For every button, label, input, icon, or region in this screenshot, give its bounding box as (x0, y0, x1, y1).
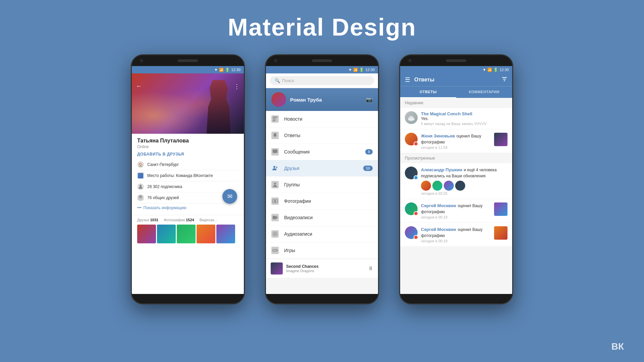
phone-3-speaker (446, 59, 466, 62)
work-text: Место работы: Команда ВКонтакте (147, 173, 213, 178)
svg-point-16 (276, 250, 277, 251)
menu-item-photos[interactable]: Фотографии (266, 193, 378, 209)
moskvin2-notif-content: Сергей Москвин оценил Вашу фотографию се… (421, 226, 491, 243)
wifi-icon-2: 📶 (353, 68, 358, 72)
notif-item-pushkin[interactable]: Александр Пушкин и ещё 4 человека подпис… (400, 163, 512, 199)
subscribers-icon (137, 183, 144, 190)
track-title: Second Chances (286, 264, 365, 269)
phone-3-camera (408, 59, 412, 62)
battery-icon: 🔋 (225, 68, 230, 72)
photo-thumb-1[interactable] (137, 225, 156, 243)
shell-avatar-img (405, 111, 418, 124)
zenya-notif-time: сегодня в 11:54 (421, 145, 491, 149)
moskvin1-notif-content: Сергей Москвин оценил Вашу фотографию се… (421, 202, 491, 219)
battery-icon-2: 🔋 (359, 68, 364, 72)
svg-point-15 (275, 250, 276, 251)
svg-rect-2 (273, 118, 276, 119)
menu-item-friends[interactable]: Друзья 59 (266, 160, 378, 177)
svg-point-5 (273, 166, 275, 168)
notif-item-moskvin-1[interactable]: Сергей Москвин оценил Вашу фотографию се… (400, 199, 512, 223)
filter-icon[interactable] (501, 76, 507, 83)
phone-3-bottom-bar (400, 294, 512, 303)
profile-name: Татьяна Плуталова (137, 138, 238, 144)
wifi-icon: 📶 (219, 68, 224, 72)
heart-badge-3 (414, 235, 418, 240)
photo-thumb-5[interactable] (216, 225, 235, 243)
svg-point-0 (140, 185, 142, 187)
more-options-button[interactable]: ⋮ (234, 83, 240, 90)
moskvin1-notif-time: сегодня в 00:19 (421, 215, 491, 219)
pushkin-notif-time: сегодня в 03:25 (421, 191, 507, 195)
phone-3-notifications: ▼ 📶 🔋 12:30 ☰ Ответы ОТВЕТЫ КОММЕНТАРИИ … (399, 54, 513, 304)
photo-thumb-2[interactable] (157, 225, 176, 243)
signal-icon-2: ▼ (348, 68, 352, 72)
moskvin1-notif-name: Сергей Москвин (421, 203, 456, 208)
search-icon: 🔍 (275, 78, 280, 83)
notif-item-zenya[interactable]: Женя Зиновьев оценил Вашу фотографию сег… (400, 129, 512, 153)
menu-item-messages[interactable]: Сообщения 8 (266, 144, 378, 160)
hamburger-menu-icon[interactable]: ☰ (405, 76, 410, 83)
menu-item-news[interactable]: Новости (266, 111, 378, 127)
friends-stat-value: 1031 (150, 218, 158, 222)
menu-item-answers[interactable]: Ответы (266, 127, 378, 144)
videos-stat: Видеоза... (200, 218, 217, 222)
photos-stat-label: Фотографии (164, 218, 186, 222)
svg-point-6 (276, 167, 277, 168)
menu-item-audio[interactable]: Аудиозаписи (266, 226, 378, 242)
messages-label: Сообщения (284, 149, 310, 155)
friends-stat-label: Друзья (137, 218, 150, 222)
phone-3-status-bar: ▼ 📶 🔋 12:30 (400, 66, 512, 73)
messages-icon (271, 148, 279, 156)
status-time: 12:30 (231, 68, 240, 72)
friends-menu-icon (271, 165, 279, 172)
svg-rect-1 (273, 117, 277, 118)
camera-icon[interactable]: 📷 (366, 97, 373, 103)
pushkin-notif-content: Александр Пушкин и ещё 4 человека подпис… (421, 167, 507, 195)
show-info-button[interactable]: ••• Показать информацию (132, 203, 244, 212)
profile-top-nav: ← ⋮ (132, 81, 244, 92)
plus-badge (414, 175, 418, 180)
heart-badge-2 (414, 211, 418, 216)
pause-button[interactable]: ⏸ (368, 265, 373, 272)
photo-thumb-4[interactable] (197, 225, 215, 243)
menu-item-groups[interactable]: Группы (266, 177, 378, 193)
phone-1-screen: ▼ 📶 🔋 12:30 ← ⋮ ✉ Татьяна Плуталова (132, 66, 244, 294)
photos-stat: Фотографии 1524 (164, 218, 194, 222)
svg-rect-4 (273, 121, 275, 121)
svg-point-9 (274, 200, 276, 202)
notif-item-moskvin-2[interactable]: Сергей Москвин оценил Вашу фотографию се… (400, 223, 512, 247)
tab-comments[interactable]: КОММЕНТАРИИ (456, 86, 512, 98)
back-button[interactable]: ← (136, 83, 142, 90)
friend-avatar-3 (444, 181, 454, 191)
menu-user-avatar[interactable] (271, 92, 286, 107)
shell-avatar (405, 111, 418, 124)
detail-work: Место работы: Команда ВКонтакте (137, 170, 238, 181)
pushkin-notif-name: Александр Пушкин (421, 167, 462, 172)
menu-item-videos[interactable]: Видеозаписи (266, 209, 378, 226)
detail-subscribers: 28 302 подписчика (137, 181, 238, 192)
dots-icon: ••• (137, 205, 142, 210)
zenya-photo-thumb (494, 133, 507, 146)
answers-label: Ответы (284, 133, 300, 138)
phone-1-speaker (178, 59, 198, 62)
zenya-avatar (405, 133, 418, 145)
recent-section-header: Недавние (400, 98, 512, 108)
track-thumbnail (271, 262, 283, 275)
menu-item-games[interactable]: Игры (266, 242, 378, 259)
add-friend-button[interactable]: ДОБАВИТЬ В ДРУЗЬЯ (132, 149, 244, 159)
search-input[interactable]: 🔍 Поиск (270, 76, 374, 85)
moskvin2-notif-time: сегодня в 00:19 (421, 239, 491, 243)
tab-answers[interactable]: ОТВЕТЫ (400, 86, 456, 98)
notifications-title: Ответы (414, 77, 497, 83)
news-icon (271, 115, 279, 123)
zenya-notif-name: Женя Зиновьев (421, 133, 455, 138)
notif-item-shell[interactable]: The Magical Conch Shell Yes. 5 минут наз… (400, 108, 512, 129)
friend-avatar-1 (421, 181, 431, 191)
moskvin1-avatar (405, 202, 418, 215)
photo-thumb-3[interactable] (177, 225, 196, 243)
games-icon (271, 247, 279, 254)
status-time-2: 12:30 (365, 68, 375, 72)
zenya-notif-content: Женя Зиновьев оценил Вашу фотографию сег… (421, 133, 491, 149)
message-fab[interactable]: ✉ (222, 189, 237, 204)
signal-icon-3: ▼ (483, 68, 486, 72)
